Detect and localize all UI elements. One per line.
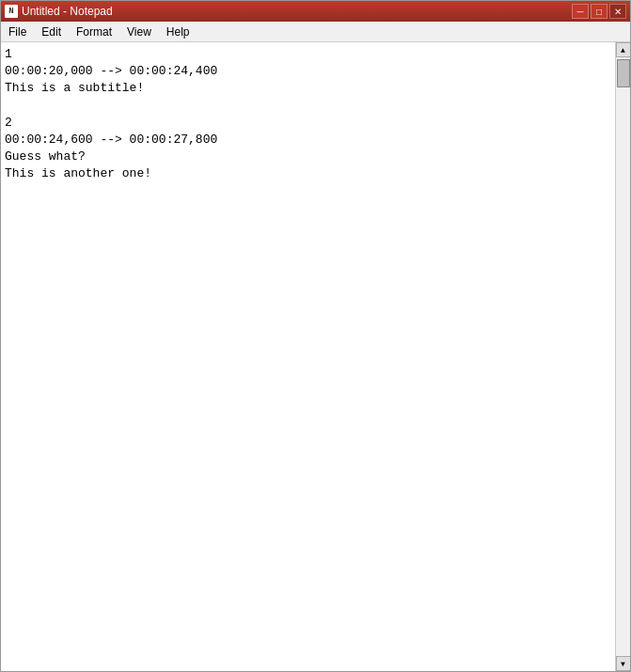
menu-edit-label: Edit	[41, 25, 61, 39]
title-bar: N Untitled - Notepad ─ □ ✕	[1, 1, 630, 22]
scroll-down-arrow[interactable]: ▼	[616, 656, 631, 671]
menu-help[interactable]: Help	[159, 22, 197, 41]
scrollbar-thumb[interactable]	[617, 59, 630, 87]
menu-view[interactable]: View	[119, 22, 159, 41]
title-bar-left: N Untitled - Notepad	[5, 5, 113, 18]
menu-bar: File Edit Format View Help	[1, 22, 630, 42]
notepad-window: N Untitled - Notepad ─ □ ✕ File Edit For…	[0, 0, 631, 672]
window-controls: ─ □ ✕	[572, 4, 626, 19]
app-icon-label: N	[8, 7, 13, 16]
menu-help-label: Help	[166, 25, 190, 39]
menu-format[interactable]: Format	[69, 22, 119, 41]
app-icon: N	[5, 5, 18, 18]
scroll-up-arrow[interactable]: ▲	[616, 42, 631, 57]
menu-file[interactable]: File	[1, 22, 34, 41]
editor-container: ▲ ▼	[1, 42, 630, 671]
minimize-button[interactable]: ─	[572, 4, 589, 19]
restore-button[interactable]: □	[591, 4, 607, 19]
scrollbar-track[interactable]	[616, 57, 630, 656]
window-title: Untitled - Notepad	[22, 5, 113, 18]
menu-format-label: Format	[76, 25, 112, 39]
vertical-scrollbar[interactable]: ▲ ▼	[615, 42, 630, 671]
close-button[interactable]: ✕	[609, 4, 626, 19]
menu-file-label: File	[8, 25, 26, 39]
menu-view-label: View	[127, 25, 151, 39]
text-editor[interactable]	[1, 42, 615, 671]
menu-edit[interactable]: Edit	[34, 22, 69, 41]
